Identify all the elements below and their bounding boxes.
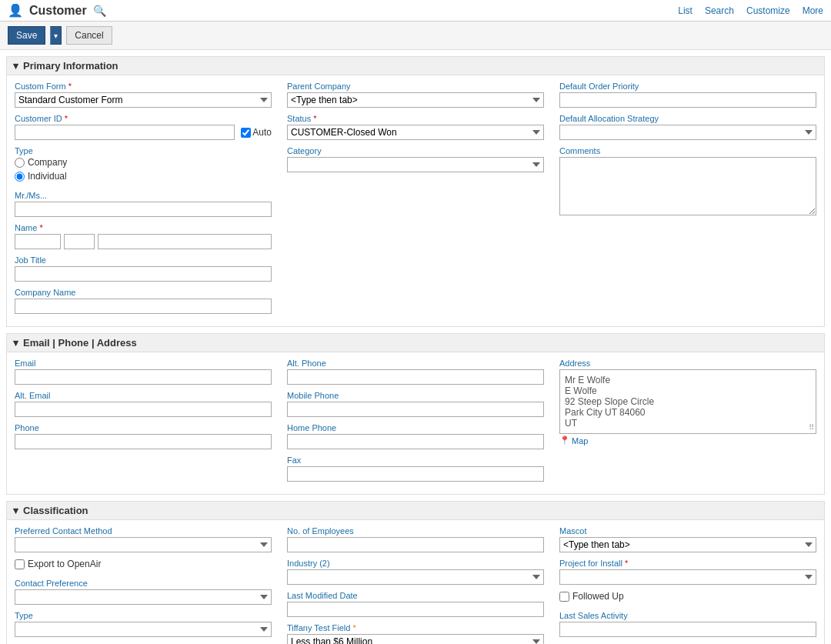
classification-section: ▾ Classification Preferred Contact Metho… — [6, 501, 825, 644]
phone-input[interactable]: +800 123456789 — [15, 434, 272, 449]
type-individual-row: Individual — [15, 171, 272, 182]
email-input[interactable]: awolfe@netsuite.com — [15, 369, 272, 385]
category-label: Category — [287, 146, 544, 155]
class-type-select[interactable] — [15, 622, 272, 637]
search-icon[interactable]: 🔍 — [93, 5, 106, 17]
default-allocation-label: Default Allocation Strategy — [559, 114, 816, 123]
nav-list[interactable]: List — [678, 5, 692, 16]
email-phone-header[interactable]: ▾ Email | Phone | Address — [7, 334, 824, 352]
address-field: Address Mr E Wolfe E Wolfe 92 Steep Slop… — [559, 359, 816, 445]
mr-ms-label: Mr./Ms... — [15, 191, 272, 200]
alt-phone-input[interactable] — [287, 369, 544, 385]
address-line-4: Park City UT 84060 — [565, 407, 811, 418]
cancel-button[interactable]: Cancel — [66, 26, 112, 45]
mascot-field: Mascot <Type then tab> — [559, 526, 816, 552]
type-company-label: Company — [28, 157, 67, 168]
map-label[interactable]: Map — [572, 436, 588, 445]
followed-up-checkbox[interactable] — [559, 592, 569, 602]
export-openair-checkbox[interactable] — [15, 559, 25, 569]
status-select[interactable]: CUSTOMER-Closed Won — [287, 125, 544, 140]
customer-id-field: Customer ID Wolfe, E Auto — [15, 114, 272, 140]
contact-preference-label: Contact Preference — [15, 579, 272, 588]
project-install-select[interactable] — [559, 569, 816, 585]
mascot-select[interactable]: <Type then tab> — [559, 537, 816, 552]
name-last-input[interactable]: Wolfe — [98, 234, 272, 249]
address-line-1: Mr E Wolfe — [565, 375, 811, 385]
nav-customize[interactable]: Customize — [746, 5, 790, 16]
tiffany-select[interactable]: Less than $6 Million — [287, 634, 544, 644]
address-line-3: 92 Steep Slope Circle — [565, 396, 811, 407]
classification-header[interactable]: ▾ Classification — [7, 502, 824, 520]
export-openair-label: Export to OpenAir — [28, 559, 101, 569]
nav-more[interactable]: More — [803, 5, 823, 16]
auto-checkbox[interactable] — [241, 128, 251, 138]
category-field: Category — [287, 146, 544, 172]
resize-handle: ⠿ — [809, 423, 814, 432]
last-modified-input[interactable] — [287, 602, 544, 617]
comments-textarea[interactable] — [559, 157, 816, 215]
type-company-row: Company — [15, 157, 272, 168]
nav-search[interactable]: Search — [705, 5, 734, 16]
last-modified-field: Last Modified Date — [287, 591, 544, 617]
header-nav: List Search Customize More — [678, 5, 823, 16]
address-line-2: E Wolfe — [565, 385, 811, 396]
category-select[interactable] — [287, 157, 544, 172]
address-line-5: UT — [565, 418, 811, 429]
header: 👤 Customer 🔍 List Search Customize More — [0, 0, 831, 22]
name-first-input[interactable]: E — [15, 234, 61, 249]
default-allocation-select[interactable] — [559, 125, 816, 140]
section-title: Primary Information — [23, 60, 118, 72]
home-phone-input[interactable] — [287, 434, 544, 449]
type-field: Type Company Individual — [15, 146, 272, 185]
preferred-contact-label: Preferred Contact Method — [15, 526, 272, 536]
name-label: Name — [15, 223, 272, 232]
tiffany-label: Tiffany Test Field — [287, 623, 544, 632]
no-employees-label: No. of Employees — [287, 526, 544, 536]
mobile-phone-input[interactable] — [287, 402, 544, 417]
parent-company-select[interactable]: <Type then tab> — [287, 92, 544, 108]
class-type-label: Type — [15, 611, 272, 620]
email-label: Email — [15, 359, 272, 368]
contact-preference-select[interactable] — [15, 589, 272, 605]
map-link[interactable]: 📍 Map — [559, 435, 816, 445]
alt-email-field: Alt. Email — [15, 391, 272, 417]
primary-col-1: Custom Form Standard Customer Form Custo… — [15, 82, 272, 320]
name-field: Name E Wolfe — [15, 223, 272, 249]
primary-information-body: Custom Form Standard Customer Form Custo… — [7, 75, 824, 326]
industry-select[interactable] — [287, 569, 544, 585]
alt-email-input[interactable] — [15, 402, 272, 417]
type-individual-radio[interactable] — [15, 172, 25, 182]
parent-company-field: Parent Company <Type then tab> — [287, 82, 544, 108]
type-company-radio[interactable] — [15, 158, 25, 168]
address-box: Mr E Wolfe E Wolfe 92 Steep Slope Circle… — [559, 369, 816, 434]
save-dropdown-button[interactable]: ▾ — [50, 26, 62, 45]
ep-col-1: Email awolfe@netsuite.com Alt. Email Pho… — [15, 359, 272, 488]
no-employees-input[interactable] — [287, 537, 544, 552]
company-name-field: Company Name — [15, 288, 272, 314]
toolbar: Save ▾ Cancel — [0, 22, 831, 50]
name-middle-input[interactable] — [64, 234, 95, 249]
customer-id-input[interactable]: Wolfe, E — [15, 125, 235, 140]
alt-phone-field: Alt. Phone — [287, 359, 544, 385]
industry-field: Industry (2) — [287, 559, 544, 585]
last-sales-input[interactable] — [559, 622, 816, 637]
mr-ms-input[interactable] — [15, 202, 272, 217]
save-button[interactable]: Save — [8, 26, 45, 45]
email-phone-title: Email | Phone | Address — [23, 337, 137, 349]
class-col-3: Mascot <Type then tab> Project for Insta… — [559, 526, 816, 644]
alt-phone-label: Alt. Phone — [287, 359, 544, 368]
fax-input[interactable] — [287, 466, 544, 482]
custom-form-select[interactable]: Standard Customer Form — [15, 92, 272, 108]
primary-col-3: Default Order Priority Default Allocatio… — [559, 82, 816, 320]
primary-form-grid: Custom Form Standard Customer Form Custo… — [15, 82, 816, 320]
fax-label: Fax — [287, 455, 544, 465]
company-name-input[interactable] — [15, 299, 272, 314]
preferred-contact-select[interactable] — [15, 537, 272, 552]
comments-label: Comments — [559, 146, 816, 155]
mascot-label: Mascot — [559, 526, 816, 536]
default-order-priority-input[interactable] — [559, 92, 816, 108]
job-title-input[interactable] — [15, 266, 272, 282]
email-phone-grid: Email awolfe@netsuite.com Alt. Email Pho… — [15, 359, 816, 488]
primary-information-header[interactable]: ▾ Primary Information — [7, 57, 824, 75]
customer-id-row: Wolfe, E Auto — [15, 125, 272, 140]
